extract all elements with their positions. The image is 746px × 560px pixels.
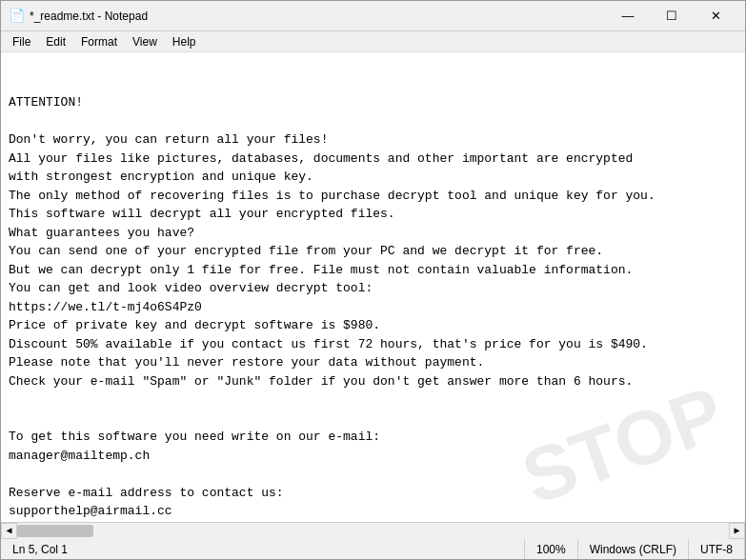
menu-edit[interactable]: Edit bbox=[38, 33, 73, 50]
status-bar: Ln 5, Col 1 100% Windows (CRLF) UTF-8 bbox=[1, 538, 745, 559]
status-position: Ln 5, Col 1 bbox=[1, 539, 525, 559]
document-content: ATTENTION! Don't worry, you can return a… bbox=[9, 93, 737, 522]
scroll-left-button[interactable]: ◀ bbox=[1, 523, 17, 539]
status-line-ending: Windows (CRLF) bbox=[578, 539, 689, 559]
status-zoom: 100% bbox=[525, 539, 578, 559]
close-button[interactable]: ✕ bbox=[694, 1, 737, 31]
scroll-thumb[interactable] bbox=[17, 525, 93, 537]
menu-help[interactable]: Help bbox=[165, 33, 204, 50]
scroll-track[interactable] bbox=[17, 523, 729, 539]
window-title: *_readme.txt - Notepad bbox=[30, 10, 606, 23]
scroll-right-button[interactable]: ▶ bbox=[729, 523, 745, 539]
menu-format[interactable]: Format bbox=[73, 33, 125, 50]
menu-file[interactable]: File bbox=[5, 33, 38, 50]
horizontal-scrollbar[interactable]: ◀ ▶ bbox=[1, 522, 745, 538]
window-controls: — ☐ ✕ bbox=[606, 1, 737, 31]
text-editor[interactable]: ATTENTION! Don't worry, you can return a… bbox=[1, 52, 745, 522]
notepad-window: 📄 *_readme.txt - Notepad — ☐ ✕ File Edit… bbox=[0, 0, 746, 560]
status-encoding: UTF-8 bbox=[689, 539, 745, 559]
title-bar: 📄 *_readme.txt - Notepad — ☐ ✕ bbox=[1, 1, 745, 31]
minimize-button[interactable]: — bbox=[606, 1, 650, 31]
menu-bar: File Edit Format View Help bbox=[1, 31, 745, 52]
menu-view[interactable]: View bbox=[125, 33, 165, 50]
app-icon: 📄 bbox=[9, 9, 24, 24]
maximize-button[interactable]: ☐ bbox=[650, 1, 694, 31]
